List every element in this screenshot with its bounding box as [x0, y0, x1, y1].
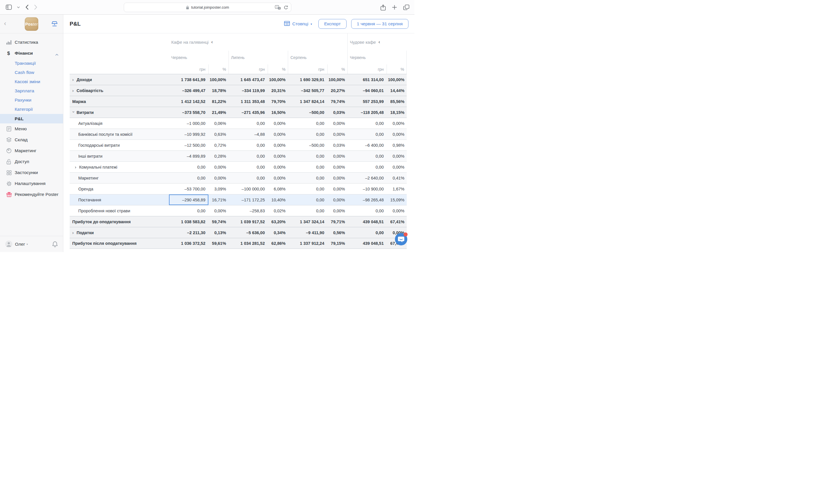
- value-cell-currency[interactable]: –10 999,92: [169, 129, 208, 140]
- forward-icon[interactable]: [34, 4, 38, 10]
- value-cell-currency[interactable]: 0,00: [348, 129, 387, 140]
- value-cell-currency[interactable]: 0,00: [288, 118, 327, 128]
- value-cell-currency[interactable]: –4,88: [228, 129, 268, 140]
- value-cell-currency[interactable]: –271 435,96: [228, 107, 268, 118]
- value-cell-percent[interactable]: 0,00%: [387, 129, 407, 140]
- value-cell-currency[interactable]: 651 314,00: [348, 74, 387, 85]
- value-cell-percent[interactable]: 0,00%: [208, 172, 228, 183]
- value-cell-currency[interactable]: –500,00: [288, 140, 327, 150]
- table-row[interactable]: Прибуток після оподаткування1 036 372,52…: [70, 238, 407, 249]
- value-cell-currency[interactable]: 1 337 912,24: [288, 238, 327, 248]
- sidebar-item-фінанси[interactable]: $Фінанси: [0, 48, 63, 59]
- value-cell-percent[interactable]: 100,00%: [327, 74, 348, 85]
- value-cell-currency[interactable]: –171 172,25: [228, 194, 268, 205]
- value-cell-percent[interactable]: 0,72%: [208, 140, 228, 150]
- value-cell-currency[interactable]: 0,00: [169, 172, 208, 183]
- export-button[interactable]: Експорт: [318, 19, 346, 29]
- value-cell-currency[interactable]: 0,00: [348, 227, 387, 238]
- value-cell-currency[interactable]: –118 205,48: [348, 107, 387, 118]
- user-name[interactable]: Олег: [15, 242, 25, 247]
- sidebar-item-застосунки[interactable]: Застосунки: [0, 167, 63, 178]
- value-cell-currency[interactable]: 1 690 329,91: [288, 74, 327, 85]
- value-cell-percent[interactable]: 0,00%: [208, 162, 228, 172]
- value-cell-currency[interactable]: 439 048,51: [348, 216, 387, 227]
- value-cell-currency[interactable]: –100 000,00: [228, 184, 268, 194]
- sidebar-item-маркетинг[interactable]: Маркетинг: [0, 145, 63, 156]
- toolbar-chevron-down-icon[interactable]: [17, 6, 20, 8]
- row-expand-icon[interactable]: ›: [72, 230, 75, 235]
- columns-button[interactable]: Стовпці ▾: [284, 21, 312, 27]
- value-cell-percent[interactable]: 0,06%: [208, 118, 228, 128]
- value-cell-percent[interactable]: 0,98%: [387, 140, 407, 150]
- value-cell-currency[interactable]: 0,00: [348, 118, 387, 128]
- value-cell-currency[interactable]: 1 038 583,82: [169, 216, 208, 227]
- value-cell-currency[interactable]: 1 347 324,14: [288, 216, 327, 227]
- sidebar-subitem-категорії[interactable]: Категорії: [0, 105, 63, 114]
- value-cell-currency[interactable]: –326 499,47: [169, 85, 208, 96]
- value-cell-percent[interactable]: 18,15%: [387, 107, 407, 118]
- table-row[interactable]: Постачання–290 458,8916,71%–171 172,2510…: [70, 194, 407, 205]
- sidebar-subitem-рахунки[interactable]: Рахунки: [0, 95, 63, 105]
- sidebar-subitem-зарплата[interactable]: Зарплата: [0, 86, 63, 95]
- value-cell-percent[interactable]: 0,34%: [268, 227, 288, 238]
- location-collapse-icon[interactable]: ‹: [379, 40, 380, 44]
- value-cell-percent[interactable]: 20,31%: [268, 85, 288, 96]
- value-cell-percent[interactable]: 0,00%: [268, 151, 288, 161]
- sidebar-item-рекомендуйте-poster[interactable]: Рекомендуйте Poster: [0, 189, 63, 200]
- value-cell-currency[interactable]: 439 048,51: [348, 238, 387, 248]
- table-row[interactable]: Пророблення нової страви0,000,00%–258,83…: [70, 205, 407, 216]
- value-cell-currency[interactable]: –9 411,90: [288, 227, 327, 238]
- value-cell-currency[interactable]: 0,00: [169, 162, 208, 172]
- value-cell-percent[interactable]: 16,50%: [268, 107, 288, 118]
- row-collapse-icon[interactable]: ›: [71, 111, 76, 114]
- value-cell-currency[interactable]: 0,00: [348, 162, 387, 172]
- value-cell-percent[interactable]: 0,56%: [327, 227, 348, 238]
- value-cell-percent[interactable]: 0,00%: [327, 151, 348, 161]
- value-cell-currency[interactable]: 1 039 917,52: [228, 216, 268, 227]
- back-icon[interactable]: [25, 4, 29, 10]
- value-cell-percent[interactable]: 63,20%: [268, 216, 288, 227]
- value-cell-currency[interactable]: 0,00: [288, 205, 327, 216]
- table-row[interactable]: Актуалізація–1 000,000,06%0,000,00%0,000…: [70, 118, 407, 128]
- value-cell-percent[interactable]: 6,08%: [268, 184, 288, 194]
- value-cell-percent[interactable]: 0,03%: [327, 107, 348, 118]
- table-row[interactable]: Оренда–53 700,003,09%–100 000,006,08%0,0…: [70, 183, 407, 194]
- table-row[interactable]: ›Витрати–373 558,7021,49%–271 435,9616,5…: [70, 107, 407, 118]
- value-cell-currency[interactable]: 0,00: [288, 129, 327, 140]
- value-cell-percent[interactable]: 1,67%: [387, 184, 407, 194]
- value-cell-currency[interactable]: –1 000,00: [169, 118, 208, 128]
- value-cell-percent[interactable]: 3,09%: [208, 184, 228, 194]
- value-cell-percent[interactable]: 20,27%: [327, 85, 348, 96]
- value-cell-percent[interactable]: 100,00%: [208, 74, 228, 85]
- value-cell-percent[interactable]: 0,00%: [327, 194, 348, 205]
- value-cell-currency[interactable]: 0,00: [288, 162, 327, 172]
- value-cell-percent[interactable]: 85,56%: [387, 96, 407, 107]
- value-cell-percent[interactable]: 0,28%: [208, 151, 228, 161]
- value-cell-percent[interactable]: 62,86%: [268, 238, 288, 248]
- table-row[interactable]: Банківські послуги та комісії–10 999,920…: [70, 128, 407, 140]
- value-cell-percent[interactable]: 0,00%: [387, 162, 407, 172]
- value-cell-percent[interactable]: 0,63%: [208, 129, 228, 140]
- table-row[interactable]: Маркетинг0,000,00%0,000,00%0,000,00%–2 6…: [70, 172, 407, 183]
- value-cell-currency[interactable]: 1 311 353,48: [228, 96, 268, 107]
- value-cell-currency[interactable]: 557 253,99: [348, 96, 387, 107]
- sidebar-item-меню[interactable]: Меню: [0, 123, 63, 134]
- translate-icon[interactable]: AA: [275, 5, 281, 10]
- value-cell-currency[interactable]: 1 034 281,52: [228, 238, 268, 248]
- row-expand-icon[interactable]: ›: [72, 88, 75, 93]
- value-cell-currency[interactable]: –290 458,89: [169, 194, 208, 205]
- value-cell-percent[interactable]: 79,74%: [327, 96, 348, 107]
- table-row[interactable]: ›Доходи1 738 641,99100,00%1 645 473,4710…: [70, 74, 407, 85]
- pos-terminal-icon[interactable]: [51, 21, 58, 28]
- value-cell-currency[interactable]: –6 400,00: [348, 140, 387, 150]
- new-tab-icon[interactable]: [392, 5, 397, 10]
- value-cell-percent[interactable]: 0,00%: [268, 118, 288, 128]
- value-cell-percent[interactable]: 100,00%: [387, 74, 407, 85]
- value-cell-percent[interactable]: 15,09%: [387, 194, 407, 205]
- value-cell-percent[interactable]: 0,13%: [208, 227, 228, 238]
- date-range-button[interactable]: 1 червня — 31 серпня: [351, 19, 408, 29]
- value-cell-currency[interactable]: 1 412 142,52: [169, 96, 208, 107]
- value-cell-percent[interactable]: 0,00%: [327, 205, 348, 216]
- value-cell-percent[interactable]: 67,41%: [387, 216, 407, 227]
- value-cell-percent[interactable]: 18,78%: [208, 85, 228, 96]
